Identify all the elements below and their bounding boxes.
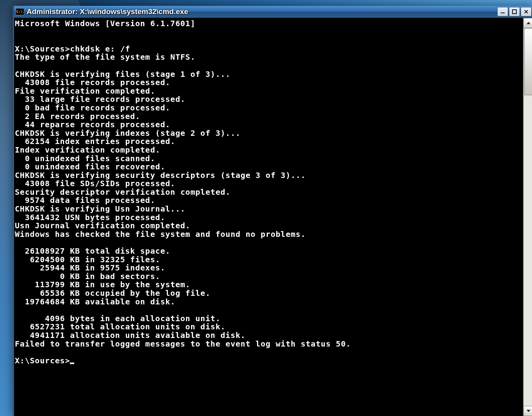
svg-rect-1 — [512, 10, 516, 14]
cmd-icon: C:\. — [16, 8, 24, 15]
maximize-icon — [512, 9, 517, 14]
cmd-icon-label: C:\. — [16, 10, 25, 14]
scroll-down-button[interactable] — [523, 406, 532, 416]
console-cursor — [70, 363, 74, 364]
window-title: Administrator: X:\windows\system32\cmd.e… — [27, 7, 188, 16]
console-prompt: X:\Sources> — [15, 356, 70, 365]
vertical-scrollbar[interactable] — [523, 18, 532, 416]
scroll-up-button[interactable] — [523, 18, 532, 28]
svg-rect-0 — [501, 12, 505, 13]
titlebar[interactable]: C:\. Administrator: X:\windows\system32\… — [14, 6, 532, 18]
minimize-button[interactable] — [497, 7, 508, 16]
close-icon — [524, 9, 528, 14]
cmd-window: C:\. Administrator: X:\windows\system32\… — [13, 6, 532, 416]
console-client-area: Microsoft Windows [Version 6.1.7601] X:\… — [14, 18, 532, 416]
window-controls — [497, 6, 532, 18]
console-output[interactable]: Microsoft Windows [Version 6.1.7601] X:\… — [14, 18, 523, 416]
chevron-up-icon — [527, 22, 530, 24]
maximize-button[interactable] — [509, 7, 520, 16]
scroll-thumb[interactable] — [524, 28, 532, 95]
chevron-down-icon — [527, 410, 530, 412]
close-button[interactable] — [521, 7, 532, 16]
minimize-icon — [500, 9, 505, 14]
scroll-track[interactable] — [523, 28, 532, 406]
